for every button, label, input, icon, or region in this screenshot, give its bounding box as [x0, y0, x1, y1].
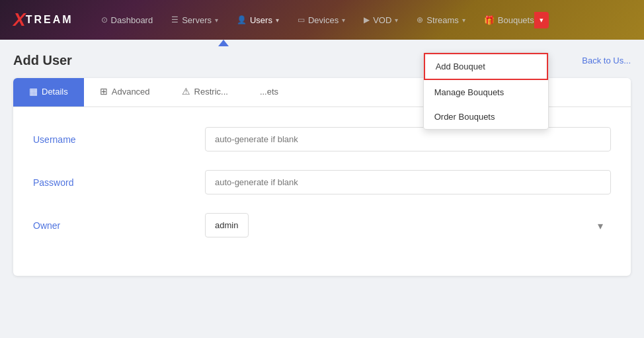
nav-item-bouquets[interactable]: 🎁 Bouquets ▾ [476, 11, 549, 29]
password-row: Password [33, 170, 611, 194]
tab-bouquets-label: ...ets [260, 87, 278, 97]
servers-chevron-icon: ▾ [215, 17, 218, 24]
add-bouquet-label: Add Bouquet [436, 62, 485, 71]
logo[interactable]: X TREAM [13, 9, 73, 30]
owner-select-wrapper: admin user1 user2 [205, 213, 611, 237]
logo-text: TREAM [26, 14, 73, 26]
nav-label-streams: Streams [426, 15, 458, 25]
streams-chevron-icon: ▾ [462, 17, 465, 24]
owner-row: Owner admin user1 user2 [33, 213, 611, 237]
nav-item-users[interactable]: 👤 Users ▾ [229, 11, 287, 29]
details-tab-icon: ▦ [29, 86, 38, 97]
nav-bouquets-container: 🎁 Bouquets ▾ Add Bouquet Manage Bouquets… [476, 11, 549, 29]
back-link[interactable]: Back to Us... [582, 56, 631, 65]
tab-details[interactable]: ▦ Details [13, 78, 84, 106]
users-nav-indicator [218, 40, 229, 46]
bouquets-button[interactable]: 🎁 Bouquets [476, 11, 534, 29]
nav-label-devices: Devices [308, 15, 339, 25]
password-input[interactable] [205, 170, 611, 194]
form-area: Username Password Owner admin user1 user… [13, 107, 631, 276]
owner-label: Owner [33, 220, 205, 231]
nav-label-vod: VOD [373, 15, 391, 25]
vod-icon: ▶ [364, 15, 370, 24]
tab-advanced-label: Advanced [112, 87, 150, 97]
page-title: Add User [13, 53, 72, 68]
nav-label-servers: Servers [182, 15, 212, 25]
tab-restrictions[interactable]: ⚠ Restric... [166, 78, 244, 106]
vod-chevron-icon: ▾ [395, 17, 398, 24]
username-row: Username [33, 127, 611, 151]
servers-icon: ☰ [171, 15, 179, 24]
password-label: Password [33, 177, 205, 188]
streams-icon: ⊕ [417, 15, 423, 24]
bouquets-icon: 🎁 [484, 15, 495, 25]
nav-label-bouquets: Bouquets [498, 15, 534, 25]
nav-item-devices[interactable]: ▭ Devices ▾ [290, 11, 353, 29]
header: X TREAM ⊙ Dashboard ☰ Servers ▾ 👤 Users … [0, 0, 644, 40]
order-bouquets-menu-item[interactable]: Order Bouquets [424, 105, 548, 129]
nav-label-users: Users [250, 15, 272, 25]
nav-item-servers[interactable]: ☰ Servers ▾ [163, 11, 226, 29]
tab-restrictions-label: Restric... [194, 87, 228, 97]
bouquets-chevron-icon: ▾ [540, 16, 543, 24]
owner-select[interactable]: admin user1 user2 [205, 213, 249, 237]
bouquets-caret-button[interactable]: ▾ [534, 12, 549, 28]
add-bouquet-menu-item[interactable]: Add Bouquet [424, 53, 548, 80]
users-icon: 👤 [237, 15, 247, 24]
devices-icon: ▭ [298, 15, 305, 24]
advanced-tab-icon: ⊞ [100, 86, 108, 97]
bouquets-dropdown-menu: Add Bouquet Manage Bouquets Order Bouque… [423, 52, 549, 130]
manage-bouquets-label: Manage Bouquets [434, 87, 504, 97]
username-label: Username [33, 134, 205, 145]
nav-item-streams[interactable]: ⊕ Streams ▾ [409, 11, 473, 29]
order-bouquets-label: Order Bouquets [434, 112, 495, 122]
users-chevron-icon: ▾ [276, 17, 279, 24]
restrictions-tab-icon: ⚠ [182, 86, 190, 97]
nav-label-dashboard: Dashboard [111, 15, 153, 25]
username-input[interactable] [205, 127, 611, 151]
tab-bouquets[interactable]: ...ets [244, 78, 294, 106]
nav-item-vod[interactable]: ▶ VOD ▾ [356, 11, 406, 29]
logo-x-icon: X [13, 9, 26, 30]
nav-item-dashboard[interactable]: ⊙ Dashboard [93, 11, 161, 29]
dashboard-icon: ⊙ [101, 15, 108, 24]
manage-bouquets-menu-item[interactable]: Manage Bouquets [424, 80, 548, 105]
tab-advanced[interactable]: ⊞ Advanced [84, 78, 166, 106]
devices-chevron-icon: ▾ [342, 17, 345, 24]
main-nav: ⊙ Dashboard ☰ Servers ▾ 👤 Users ▾ ▭ Devi… [93, 11, 631, 29]
tab-details-label: Details [42, 87, 68, 97]
